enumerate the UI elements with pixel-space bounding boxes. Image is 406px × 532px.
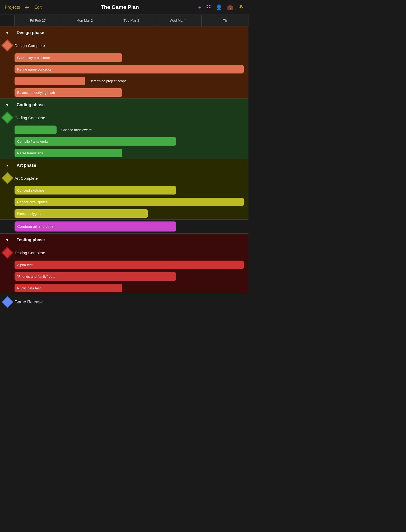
view-icon[interactable]: 👁	[238, 4, 244, 10]
task-bar-container-math: Balance underlying math	[15, 88, 248, 97]
briefcase-icon[interactable]: 💼	[227, 4, 234, 11]
task-bar-container-sprites: Render pixel sprites	[15, 197, 248, 207]
timeline-header: Fri Feb 27 Mon Mar 2 Tue Mar 3 Wed Mar 4…	[0, 15, 248, 26]
coding-milestone-row: Coding Complete	[0, 111, 248, 124]
art-phase-header-row: ▼ Art phase	[0, 159, 248, 172]
art-milestone-row: Art Complete	[0, 172, 248, 184]
task-bar-combine[interactable]: Combine art and code	[15, 221, 176, 232]
task-bar-middleware[interactable]	[15, 126, 57, 134]
design-collapse-arrow[interactable]: ▼	[0, 31, 15, 35]
task-bar-container-combine: Combine art and code	[15, 222, 248, 231]
task-bar-refine[interactable]: Refine game concepts	[15, 65, 244, 73]
task-bar-container-refine: Refine game concepts	[15, 64, 248, 74]
coding-milestone-diamond	[1, 112, 13, 123]
task-bar-container-scope: Determine project scope	[15, 76, 248, 86]
release-milestone-diamond-cell	[0, 298, 15, 306]
person-icon[interactable]: 👤	[216, 4, 222, 11]
art-phase-label: Art phase	[15, 160, 248, 171]
task-row-alpha: Alpha test	[0, 259, 248, 271]
app-header: Projects ↩ Edit The Game Plan + ☷ 👤 💼 👁	[0, 0, 248, 15]
coding-milestone-label: Coding Complete	[15, 111, 248, 124]
combine-section: Combine art and code	[0, 220, 248, 233]
task-bar-alpha[interactable]: Alpha test	[15, 261, 244, 269]
edit-button[interactable]: Edit	[34, 5, 42, 10]
coding-phase-header-row: ▼ Coding phase	[0, 99, 248, 111]
release-milestone-diamond	[1, 296, 13, 308]
col-header-wed: Wed Mar 4	[155, 15, 202, 26]
task-bar-container-fleece: Fleece polygons	[15, 209, 248, 218]
testing-collapse-arrow[interactable]: ▼	[0, 238, 15, 242]
task-bar-fleece[interactable]: Fleece polygons	[15, 209, 148, 218]
header-left: Projects ↩ Edit	[5, 4, 41, 11]
coding-phase-section: ▼ Coding phase Coding Complete Choose mi…	[0, 99, 248, 159]
testing-milestone-diamond-cell	[0, 248, 15, 257]
design-milestone-diamond-cell	[0, 41, 15, 50]
task-bar-math[interactable]: Balance underlying math	[15, 88, 122, 97]
task-bar-scope-left	[15, 77, 85, 85]
task-row-sketches: Concept sketches	[0, 184, 248, 196]
task-row-refine: Refine game concepts	[0, 63, 248, 75]
header-right: + ☷ 👤 💼 👁	[198, 4, 244, 11]
task-bar-beta[interactable]: "Friends and family" beta	[15, 272, 176, 281]
col-header-fri: Fri Feb 27	[15, 15, 61, 26]
task-bar-compile[interactable]: Compile frameworks	[15, 137, 176, 146]
coding-milestone-diamond-cell	[0, 113, 15, 122]
task-bar-container-alpha: Alpha test	[15, 260, 248, 270]
filter-icon[interactable]: ☷	[206, 4, 211, 11]
task-bar-scope-label: Determine project scope	[89, 79, 127, 83]
task-bar-public-beta[interactable]: Public beta test	[15, 284, 122, 292]
art-phase-section: ▼ Art phase Art Complete Concept sketche…	[0, 159, 248, 219]
release-section: Game Release	[0, 294, 248, 315]
task-row-sprites: Render pixel sprites	[0, 196, 248, 208]
art-milestone-diamond-cell	[0, 174, 15, 182]
coding-phase-label: Coding phase	[15, 100, 248, 110]
col-header-empty	[0, 15, 15, 26]
task-row-fleece: Fleece polygons	[0, 208, 248, 219]
coding-collapse-arrow[interactable]: ▼	[0, 103, 15, 107]
design-phase-section: ▼ Design phase Design Complete Gameplay …	[0, 26, 248, 98]
task-bar-container-parse: Parse framistans	[15, 148, 248, 158]
task-bar-container-sketches: Concept sketches	[15, 186, 248, 195]
task-row-scope: Determine project scope	[0, 75, 248, 87]
col-header-mon: Mon Mar 2	[61, 15, 108, 26]
task-bar-container-gameplay: Gameplay brainstorm	[15, 53, 248, 62]
testing-milestone-row: Testing Complete	[0, 246, 248, 259]
task-bar-parse[interactable]: Parse framistans	[15, 149, 122, 157]
task-bar-container-middleware: Choose middleware	[15, 125, 248, 135]
gantt-body: ▼ Design phase Design Complete Gameplay …	[0, 26, 248, 315]
col-header-thu: Th	[202, 15, 248, 26]
task-bar-container-compile: Compile frameworks	[15, 137, 248, 146]
projects-button[interactable]: Projects	[5, 5, 20, 10]
task-bar-sketches[interactable]: Concept sketches	[15, 186, 176, 195]
task-row-middleware: Choose middleware	[0, 124, 248, 136]
task-bar-gameplay[interactable]: Gameplay brainstorm	[15, 53, 122, 62]
release-milestone-label: Game Release	[15, 296, 248, 308]
task-bar-sprites[interactable]: Render pixel sprites	[15, 198, 244, 206]
design-milestone-row: Design Complete	[0, 39, 248, 52]
testing-milestone-label: Testing Complete	[15, 246, 248, 259]
design-milestone-diamond	[1, 39, 13, 51]
col-header-tue: Tue Mar 3	[108, 15, 155, 26]
task-row-beta: "Friends and family" beta	[0, 271, 248, 282]
design-phase-header-row: ▼ Design phase	[0, 26, 248, 39]
design-phase-label: Design phase	[15, 27, 247, 38]
add-icon[interactable]: +	[198, 4, 201, 11]
task-bar-middleware-label: Choose middleware	[61, 128, 92, 132]
testing-phase-label: Testing phase	[15, 235, 248, 245]
task-row-compile: Compile frameworks	[0, 136, 248, 147]
testing-phase-header-row: ▼ Testing phase	[0, 234, 248, 246]
art-collapse-arrow[interactable]: ▼	[0, 163, 15, 168]
testing-phase-section: ▼ Testing phase Testing Complete Alpha t…	[0, 234, 248, 294]
task-row-math: Balance underlying math	[0, 87, 248, 98]
design-milestone-label: Design Complete	[15, 39, 248, 52]
task-row-gameplay: Gameplay brainstorm	[0, 52, 248, 63]
task-row-parse: Parse framistans	[0, 147, 248, 159]
art-milestone-label: Art Complete	[15, 172, 248, 184]
page-title: The Game Plan	[41, 4, 198, 10]
release-milestone-row: Game Release	[0, 294, 248, 310]
task-row-public-beta: Public beta test	[0, 282, 248, 294]
back-button[interactable]: ↩	[25, 4, 30, 11]
testing-milestone-diamond	[1, 247, 13, 258]
task-bar-container-public-beta: Public beta test	[15, 283, 248, 293]
task-bar-container-beta: "Friends and family" beta	[15, 272, 248, 281]
